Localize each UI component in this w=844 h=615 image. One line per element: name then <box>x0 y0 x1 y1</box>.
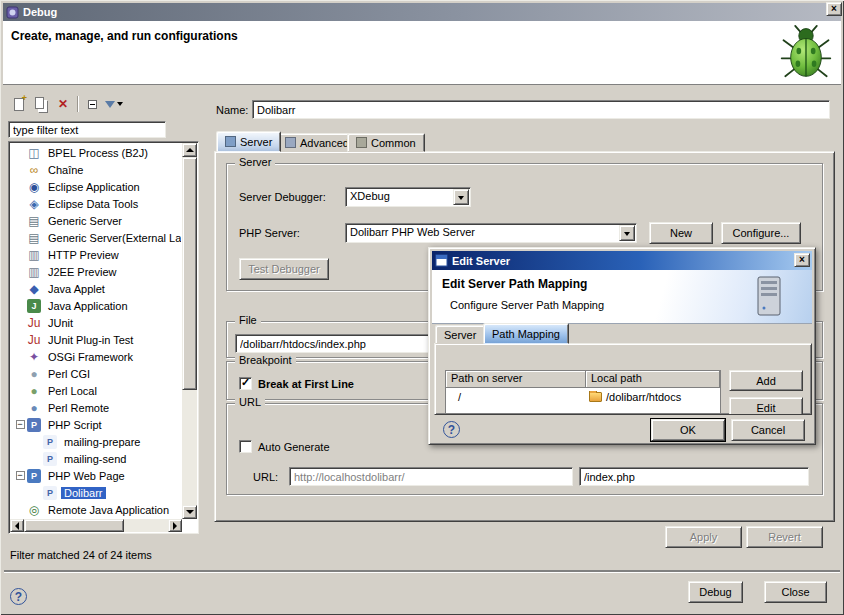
tree-item[interactable]: PDolibarr <box>11 484 181 501</box>
name-input[interactable] <box>252 100 830 119</box>
tree-item[interactable]: ●Perl CGI <box>11 365 181 382</box>
delete-configuration-button[interactable]: ✕ <box>52 95 74 114</box>
tree-item[interactable]: ▥HTTP Preview <box>11 246 181 263</box>
collapse-minus-icon[interactable]: − <box>16 471 25 480</box>
expander-icon[interactable]: − <box>13 420 27 429</box>
debug-button[interactable]: Debug <box>688 581 743 603</box>
tab-advanced-label: Advanced <box>300 137 349 149</box>
tree-item[interactable]: ●Perl Remote <box>11 399 181 416</box>
tree-item-label: mailing-prepare <box>61 436 143 448</box>
server-path-cell: / <box>446 391 586 403</box>
ok-button[interactable]: OK <box>651 419 725 441</box>
expander-icon[interactable]: − <box>13 471 27 480</box>
tree-item-label: Java Application <box>45 300 131 312</box>
new-configuration-button[interactable] <box>8 95 30 114</box>
window-titlebar[interactable]: Debug <box>3 3 841 21</box>
page-title: Create, manage, and run configurations <box>11 29 238 43</box>
tab-advanced[interactable]: Advanced <box>276 133 358 152</box>
cancel-button[interactable]: Cancel <box>731 419 805 441</box>
tree-item[interactable]: Pmailing-send <box>11 450 181 467</box>
tree-item-label: Remote Java Application <box>45 504 172 516</box>
tree-item[interactable]: ▤Generic Server <box>11 212 181 229</box>
tree-item[interactable]: ◈Eclipse Data Tools <box>11 195 181 212</box>
tree-item[interactable]: −PPHP Web Page <box>11 467 181 484</box>
tab-common[interactable]: Common <box>347 133 425 152</box>
tree-item-label: HTTP Preview <box>45 249 122 261</box>
configure-server-button[interactable]: Configure... <box>721 222 801 244</box>
dialog-icon <box>435 254 448 267</box>
php-server-value: Dolibarr PHP Web Server <box>350 226 475 238</box>
close-icon[interactable]: × <box>826 2 842 16</box>
tree-item[interactable]: ◉Eclipse Application <box>11 178 181 195</box>
dialog-heading: Edit Server Path Mapping <box>442 277 587 291</box>
url-path-field[interactable] <box>579 467 809 486</box>
scroll-right-icon[interactable] <box>168 519 182 532</box>
dialog-help-button[interactable]: ? <box>443 421 460 438</box>
tree-horizontal-scrollbar[interactable] <box>10 519 182 532</box>
dialog-tab-server[interactable]: Server <box>435 325 485 344</box>
tree-item[interactable]: JuJUnit Plug-in Test <box>11 331 181 348</box>
scroll-up-icon[interactable] <box>182 143 197 157</box>
tree-item[interactable]: Pmailing-prepare <box>11 433 181 450</box>
toolbar-separator <box>77 96 78 112</box>
horizontal-scroll-thumb[interactable] <box>24 519 124 532</box>
tree-item-label: BPEL Process (B2J) <box>45 147 151 159</box>
chevron-down-icon[interactable] <box>619 225 635 241</box>
tree-item[interactable]: ◫BPEL Process (B2J) <box>11 144 181 161</box>
filter-input[interactable] <box>8 121 166 138</box>
server-image <box>754 275 786 319</box>
auto-generate-label: Auto Generate <box>258 441 330 453</box>
php-server-combo[interactable]: Dolibarr PHP Web Server <box>345 223 637 243</box>
tree-item[interactable]: ◆Java Applet <box>11 280 181 297</box>
tree-vertical-scrollbar[interactable] <box>182 143 197 519</box>
header-banner: Create, manage, and run configurations <box>3 21 841 85</box>
java-applet-icon: ◆ <box>27 282 41 296</box>
tree-item[interactable]: JJava Application <box>11 297 181 314</box>
debug-window: Debug × Create, manage, and run configur… <box>0 0 844 615</box>
filter-menu-button[interactable] <box>103 95 125 114</box>
tab-server[interactable]: Server <box>216 131 281 152</box>
column-path-on-server[interactable]: Path on server <box>446 371 586 388</box>
tree-item-label: PHP Script <box>45 419 105 431</box>
scroll-down-icon[interactable] <box>182 505 197 519</box>
tree-item[interactable]: −PPHP Script <box>11 416 181 433</box>
tree-item[interactable]: ●Perl Local <box>11 382 181 399</box>
bug-image <box>779 23 833 81</box>
column-local-path[interactable]: Local path <box>586 371 720 388</box>
close-button[interactable]: Close <box>764 581 827 603</box>
tree-item-label: Generic Server <box>45 215 125 227</box>
new-configuration-icon <box>14 98 24 111</box>
break-at-first-line-checkbox[interactable] <box>239 377 252 390</box>
new-server-button[interactable]: New <box>649 222 713 244</box>
tree-item[interactable]: ∞Chaîne <box>11 161 181 178</box>
tree-item[interactable]: ✦OSGi Framework <box>11 348 181 365</box>
duplicate-configuration-button[interactable] <box>30 95 52 114</box>
tree-item[interactable]: ▤Generic Server(External La <box>11 229 181 246</box>
vertical-scroll-thumb[interactable] <box>182 157 197 390</box>
edit-mapping-button[interactable]: Edit <box>729 397 803 415</box>
collapse-minus-icon[interactable]: − <box>16 420 25 429</box>
tree-item[interactable]: ◎Remote Java Application <box>11 501 181 518</box>
help-button[interactable]: ? <box>10 588 27 605</box>
delete-icon: ✕ <box>58 97 68 111</box>
server-debugger-combo[interactable]: XDebug <box>345 187 471 207</box>
server-group-title: Server <box>235 156 275 168</box>
add-mapping-button[interactable]: Add <box>729 370 803 391</box>
edit-server-titlebar[interactable]: Edit Server <box>432 251 812 270</box>
dialog-tab-path-mapping[interactable]: Path Mapping <box>483 323 569 344</box>
configuration-tree-box: ◫BPEL Process (B2J)∞Chaîne◉Eclipse Appli… <box>8 141 199 534</box>
tree-item[interactable]: ▥J2EE Preview <box>11 263 181 280</box>
auto-generate-checkbox[interactable] <box>239 440 252 453</box>
window-icon <box>6 6 19 19</box>
table-row[interactable]: //dolibarr/htdocs <box>446 388 720 405</box>
chevron-down-icon[interactable] <box>453 189 469 205</box>
dialog-close-icon[interactable]: × <box>794 253 810 267</box>
dialog-tab-path-mapping-label: Path Mapping <box>492 328 560 340</box>
url-label: URL: <box>253 471 278 483</box>
collapse-all-button[interactable] <box>81 95 103 114</box>
scroll-left-icon[interactable] <box>10 519 24 532</box>
tree-item-label: Perl Remote <box>45 402 112 414</box>
dialog-title: Edit Server <box>452 255 510 267</box>
path-mapping-table: Path on server Local path //dolibarr/htd… <box>445 370 721 414</box>
tree-item[interactable]: JuJUnit <box>11 314 181 331</box>
